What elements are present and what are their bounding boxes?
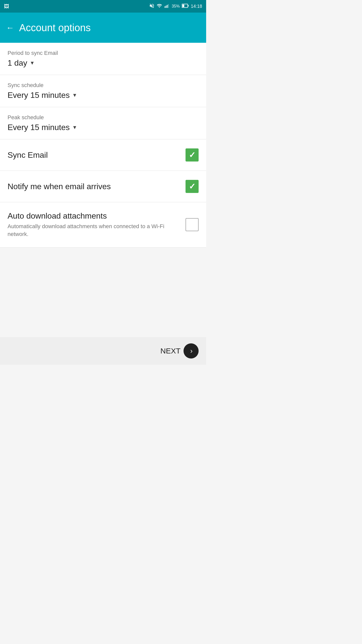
sync-schedule-text: Every 15 minutes [8, 91, 70, 100]
status-bar-right: 35% 14:18 [149, 3, 202, 10]
mute-icon [149, 3, 155, 10]
auto-download-subtitle: Automatically download attachments when … [8, 223, 180, 238]
sync-email-checkbox[interactable] [186, 148, 199, 162]
back-button[interactable]: ← [6, 24, 14, 32]
status-bar-left: 🖼 [4, 4, 9, 9]
period-sync-email-row[interactable]: Period to sync Email 1 day ▼ [0, 43, 206, 75]
sync-schedule-label: Sync schedule [8, 82, 199, 89]
status-time: 14:18 [191, 4, 202, 9]
svg-rect-3 [168, 4, 169, 8]
svg-rect-0 [165, 6, 165, 8]
battery-percentage: 35% [172, 4, 180, 9]
page-title: Account options [19, 22, 91, 33]
sync-email-row[interactable]: Sync Email [0, 139, 206, 171]
period-sync-email-dropdown-icon: ▼ [30, 60, 35, 66]
svg-rect-1 [166, 6, 166, 8]
settings-content: Period to sync Email 1 day ▼ Sync schedu… [0, 43, 206, 337]
notify-email-checkbox[interactable] [186, 180, 199, 193]
auto-download-text: Auto download attachments Automatically … [8, 211, 186, 238]
period-sync-email-text: 1 day [8, 58, 27, 68]
status-bar: 🖼 35% [0, 0, 206, 13]
peak-schedule-label: Peak schedule [8, 114, 199, 121]
wifi-icon [157, 3, 162, 10]
battery-icon [182, 4, 189, 9]
sync-schedule-row[interactable]: Sync schedule Every 15 minutes ▼ [0, 75, 206, 107]
next-circle[interactable]: › [184, 343, 199, 358]
app-bar: ← Account options [0, 13, 206, 43]
sync-schedule-value[interactable]: Every 15 minutes ▼ [8, 91, 199, 100]
svg-rect-6 [188, 5, 189, 7]
period-sync-email-value[interactable]: 1 day ▼ [8, 58, 199, 68]
sync-email-label: Sync Email [8, 150, 48, 160]
auto-download-row[interactable]: Auto download attachments Automatically … [0, 202, 206, 248]
peak-schedule-dropdown-icon: ▼ [72, 125, 77, 130]
sync-schedule-dropdown-icon: ▼ [72, 92, 77, 98]
auto-download-title: Auto download attachments [8, 211, 180, 221]
auto-download-checkbox[interactable] [186, 218, 199, 231]
svg-rect-5 [182, 5, 184, 7]
next-label: NEXT [160, 347, 180, 355]
next-button[interactable]: NEXT › [160, 343, 199, 358]
signal-icon [164, 3, 170, 10]
peak-schedule-row[interactable]: Peak schedule Every 15 minutes ▼ [0, 107, 206, 139]
period-sync-email-label: Period to sync Email [8, 50, 199, 56]
content-spacer [0, 248, 206, 323]
next-arrow-icon: › [190, 347, 193, 355]
peak-schedule-value[interactable]: Every 15 minutes ▼ [8, 123, 199, 132]
peak-schedule-text: Every 15 minutes [8, 123, 70, 132]
image-icon: 🖼 [4, 4, 9, 9]
bottom-bar: NEXT › [0, 337, 206, 365]
svg-rect-2 [167, 5, 168, 8]
notify-email-label: Notify me when email arrives [8, 182, 111, 191]
notify-email-row[interactable]: Notify me when email arrives [0, 171, 206, 202]
